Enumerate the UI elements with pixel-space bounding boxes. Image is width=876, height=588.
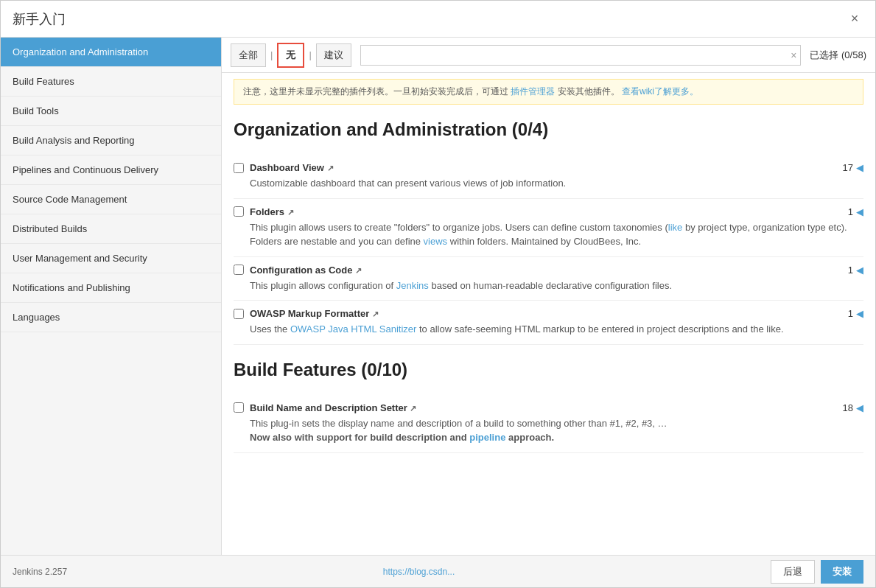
dialog-body: Organization and AdministrationBuild Fea… <box>1 38 875 555</box>
plugin-checkbox[interactable] <box>234 265 244 275</box>
sidebar: Organization and AdministrationBuild Fea… <box>1 38 222 555</box>
setup-wizard-dialog: 新手入门 × Organization and AdministrationBu… <box>0 0 876 588</box>
plugin-name: Build Name and Description Setter ↗ <box>250 402 416 413</box>
plugin-checkbox[interactable] <box>234 309 244 319</box>
plugin-checkbox[interactable] <box>234 163 244 173</box>
dialog-title: 新手入门 <box>13 10 66 28</box>
tab-all[interactable]: 全部 <box>231 43 266 67</box>
plugin-name: Configuration as Code ↗ <box>250 265 362 276</box>
notice-wiki-link[interactable]: 查看wiki了解更多。 <box>622 86 698 97</box>
plugin-item: OWASP Markup Formatter ↗1 ◀Uses the OWAS… <box>234 301 863 345</box>
back-button[interactable]: 后退 <box>771 560 815 584</box>
plugin-desc: This plugin allows configuration of Jenk… <box>250 279 863 293</box>
footer-url: https://blog.csdn... <box>383 567 455 577</box>
sidebar-item-build-features[interactable]: Build Features <box>1 67 221 97</box>
plugin-checkbox[interactable] <box>234 206 244 217</box>
tab-separator-1: | <box>269 49 274 60</box>
sidebar-item-build-analysis[interactable]: Build Analysis and Reporting <box>1 126 221 155</box>
toolbar: 全部 | 无 | 建议 × 已选择 (0/58) <box>222 38 875 73</box>
plugin-votes: 17 ◀ <box>843 162 863 173</box>
plugin-votes: 18 ◀ <box>843 402 863 413</box>
sidebar-item-build-tools[interactable]: Build Tools <box>1 97 221 126</box>
plugin-votes: 1 ◀ <box>848 308 863 319</box>
plugin-desc: This plugin allows users to create "fold… <box>250 220 863 249</box>
plugin-header: OWASP Markup Formatter ↗1 ◀ <box>234 308 863 319</box>
footer-buttons: 后退 安装 <box>771 560 863 584</box>
plugin-name: OWASP Markup Formatter ↗ <box>250 308 379 319</box>
plugin-desc: Customizable dashboard that can present … <box>250 176 863 191</box>
plugin-name: Dashboard View ↗ <box>250 162 334 173</box>
content-area: 注意，这里并未显示完整的插件列表。一旦初始安装完成后，可通过 插件管理器 安装其… <box>222 73 875 555</box>
plugin-checkbox[interactable] <box>234 402 244 413</box>
section: Build Features (0/10)Build Name and Desc… <box>234 360 863 453</box>
install-button[interactable]: 安装 <box>821 560 863 584</box>
notice-text-before: 注意，这里并未显示完整的插件列表。一旦初始安装完成后，可通过 <box>243 86 508 97</box>
footer-version: Jenkins 2.257 <box>13 567 67 577</box>
search-wrapper: × <box>360 45 802 66</box>
plugin-header: Build Name and Description Setter ↗18 ◀ <box>234 402 863 413</box>
dialog-footer: Jenkins 2.257 https://blog.csdn... 后退 安装 <box>1 555 875 587</box>
plugin-header: Folders ↗1 ◀ <box>234 206 863 217</box>
sidebar-item-languages[interactable]: Languages <box>1 303 221 332</box>
selected-count: 已选择 (0/58) <box>810 49 866 62</box>
plugin-item: Configuration as Code ↗1 ◀This plugin al… <box>234 257 863 301</box>
plugin-votes: 1 ◀ <box>848 265 863 276</box>
search-clear-button[interactable]: × <box>791 49 796 61</box>
plugin-item: Folders ↗1 ◀This plugin allows users to … <box>234 199 863 257</box>
notice-bar: 注意，这里并未显示完整的插件列表。一旦初始安装完成后，可通过 插件管理器 安装其… <box>234 79 863 105</box>
section-title: Build Features (0/10) <box>234 360 863 386</box>
notice-plugin-manager-link[interactable]: 插件管理器 <box>511 86 555 97</box>
tab-separator-2: | <box>307 49 312 60</box>
main-content: 全部 | 无 | 建议 × 已选择 (0/58) 注意，这里并未显示完整的插件列… <box>222 38 875 555</box>
sidebar-item-notifications[interactable]: Notifications and Publishing <box>1 273 221 303</box>
sidebar-item-pipelines[interactable]: Pipelines and Continuous Delivery <box>1 155 221 185</box>
plugin-header: Configuration as Code ↗1 ◀ <box>234 265 863 276</box>
sidebar-item-org-admin[interactable]: Organization and Administration <box>1 38 221 67</box>
tab-suggest[interactable]: 建议 <box>316 43 351 67</box>
tab-none[interactable]: 无 <box>277 43 304 68</box>
plugin-item: Build Name and Description Setter ↗18 ◀T… <box>234 395 863 453</box>
plugin-name: Folders ↗ <box>250 206 294 217</box>
plugin-desc: Uses the OWASP Java HTML Sanitizer to al… <box>250 322 863 337</box>
section: Organization and Administration (0/4)Das… <box>234 119 863 345</box>
plugin-desc: This plug-in sets the display name and d… <box>250 416 863 445</box>
plugin-votes: 1 ◀ <box>848 206 863 217</box>
plugin-item: Dashboard View ↗17 ◀Customizable dashboa… <box>234 155 863 199</box>
sidebar-item-distributed[interactable]: Distributed Builds <box>1 214 221 244</box>
plugin-header: Dashboard View ↗17 ◀ <box>234 162 863 173</box>
dialog-titlebar: 新手入门 × <box>1 1 875 38</box>
section-title: Organization and Administration (0/4) <box>234 119 863 146</box>
search-input[interactable] <box>360 45 802 66</box>
sidebar-item-user-mgmt[interactable]: User Management and Security <box>1 244 221 273</box>
notice-text-middle: 安装其他插件。 <box>558 86 620 97</box>
close-button[interactable]: × <box>846 10 863 28</box>
sections-container: Organization and Administration (0/4)Das… <box>234 119 863 453</box>
sidebar-item-source-code[interactable]: Source Code Management <box>1 185 221 214</box>
